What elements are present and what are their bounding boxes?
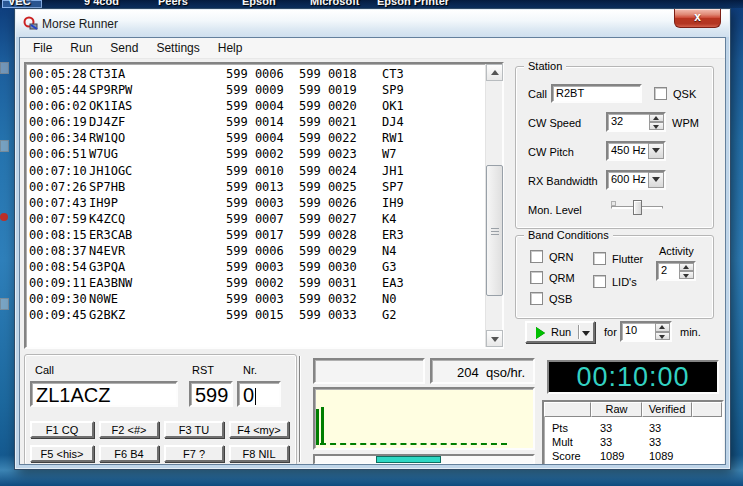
scroll-up-button[interactable] [486, 64, 503, 81]
triangle-up-icon [659, 325, 665, 329]
desktop-icon-label[interactable]: 9 4cod [84, 0, 119, 7]
scroll-down-button[interactable] [486, 330, 503, 347]
log-row: 00:09:30N0WE599 0003599 0032N0 [29, 291, 484, 307]
menu-run[interactable]: Run [61, 38, 101, 58]
progress-bar [313, 454, 535, 465]
log-row: 00:07:10JH1OGC599 0010599 0024JH1 [29, 163, 484, 179]
menu-settings[interactable]: Settings [147, 38, 208, 58]
cw-pitch-dropdown[interactable]: 450 Hz [606, 141, 666, 161]
button-separator [578, 325, 579, 339]
f4-my-button[interactable]: F4 <my> [229, 421, 289, 438]
log-row: 00:05:44SP9RPW599 0009599 0019SP9 [29, 82, 484, 98]
wpm-label: WPM [672, 117, 699, 129]
qsk-checkbox[interactable] [654, 87, 667, 100]
triangle-down-icon [683, 274, 689, 278]
log-row: 00:09:45G2BKZ599 0015599 0033G2 [29, 307, 484, 323]
f8-nil-button[interactable]: F8 NIL [229, 445, 289, 462]
qsb-label: QSB [549, 293, 572, 305]
activity-label: Activity [659, 245, 694, 257]
entry-nr-label: Nr. [243, 364, 257, 376]
log-row: 00:06:51W7UG599 0002599 0023W7 [29, 146, 484, 162]
duration-spinner[interactable]: 10 [620, 321, 672, 342]
f5-his-button[interactable]: F5 <his> [30, 445, 94, 462]
triangle-down-icon [652, 148, 660, 153]
play-icon [536, 327, 545, 339]
log-row: 00:08:15ER3CAB599 0017599 0028ER3 [29, 227, 484, 243]
cw-pitch-label: CW Pitch [528, 146, 574, 158]
log-row: 00:06:34RW1QO599 0004599 0022RW1 [29, 130, 484, 146]
triangle-down-icon[interactable] [582, 331, 590, 336]
desktop-icon-sliver [0, 140, 9, 152]
desktop-icon-label[interactable]: Epson Printer [377, 0, 449, 7]
lids-checkbox[interactable] [593, 275, 606, 288]
desktop-icon-sliver [0, 213, 8, 221]
qrm-label: QRM [549, 272, 575, 284]
dropdown-button[interactable] [648, 172, 664, 188]
function-button-row: F1 CQ F2 <#> F3 TU F4 <my> [30, 421, 289, 438]
qrn-label: QRN [549, 251, 573, 263]
f6-b4-button[interactable]: F6 B4 [99, 445, 159, 462]
cw-speed-spinner[interactable]: 32 [606, 112, 666, 132]
desktop-icon-label[interactable]: Microsoft [310, 0, 360, 7]
qrn-checkbox[interactable] [530, 250, 543, 263]
mon-level-label: Mon. Level [528, 204, 582, 216]
log-scrollbar[interactable] [485, 64, 502, 347]
desktop-icon-sliver [0, 62, 9, 74]
triangle-down-icon [653, 125, 659, 129]
mon-level-slider[interactable] [611, 199, 663, 215]
f1-cq-button[interactable]: F1 CQ [30, 421, 94, 438]
panel-divider [299, 356, 301, 462]
cw-speed-label: CW Speed [528, 117, 581, 129]
spin-down-button[interactable] [679, 271, 694, 279]
score-row: Pts3333 [544, 421, 722, 435]
f2-nr-button[interactable]: F2 <#> [99, 421, 159, 438]
menu-file[interactable]: File [24, 38, 61, 58]
station-call-label: Call [528, 88, 547, 100]
spin-up-button[interactable] [679, 263, 694, 271]
flutter-checkbox[interactable] [593, 252, 606, 265]
entry-call-label: Call [35, 364, 54, 376]
entry-call-input[interactable]: ZL1ACZ [30, 381, 178, 407]
log-row: 00:07:26SP7HB599 0013599 0025SP7 [29, 179, 484, 195]
score-row: Score10891089 [544, 449, 722, 463]
station-group: Station Call R2BT QSK CW Speed 32 WPM CW… [515, 66, 714, 229]
score-table: Raw Verified Pts3333 Mult3333 Score10891… [542, 400, 724, 465]
menu-help[interactable]: Help [209, 38, 252, 58]
desktop-icon-label[interactable]: Epson [242, 0, 276, 7]
spin-up-button[interactable] [649, 114, 664, 122]
entry-nr-input[interactable]: 0 [237, 381, 281, 407]
rx-bandwidth-label: RX Bandwidth [528, 175, 598, 187]
qso-log-listbox[interactable]: 00:05:28CT3IA599 0006599 0018CT3 00:05:4… [24, 62, 504, 349]
spin-down-button[interactable] [649, 122, 664, 130]
slider-thumb[interactable] [633, 200, 642, 215]
log-row: 00:09:11EA3BNW599 0002599 0031EA3 [29, 275, 484, 291]
qsb-checkbox[interactable] [530, 292, 543, 305]
menu-send[interactable]: Send [101, 38, 147, 58]
run-button[interactable]: Run [525, 321, 595, 343]
f7-q-button[interactable]: F7 ? [164, 445, 224, 462]
entry-panel: Call RST Nr. ZL1ACZ 599 0 F1 CQ F2 <#> F… [24, 354, 297, 465]
scrollbar-thumb[interactable] [486, 165, 503, 296]
band-conditions-title: Band Conditions [524, 229, 613, 241]
log-row: 00:06:19DJ4ZF599 0014599 0021DJ4 [29, 114, 484, 130]
desktop-icon-label[interactable]: VEC [8, 0, 31, 7]
spin-down-button[interactable] [655, 332, 670, 341]
entry-rst-input[interactable]: 599 [189, 381, 233, 407]
triangle-down-icon [659, 335, 665, 339]
desktop-icon-label[interactable]: Peers [158, 0, 188, 7]
score-row: Mult3333 [544, 435, 722, 449]
f3-tu-button[interactable]: F3 TU [164, 421, 224, 438]
rx-bandwidth-dropdown[interactable]: 600 Hz [606, 170, 666, 190]
qrm-checkbox[interactable] [530, 271, 543, 284]
station-call-input[interactable]: R2BT [551, 84, 642, 103]
log-row: 00:07:43IH9P599 0003599 0026IH9 [29, 195, 484, 211]
qso-log-rows: 00:05:28CT3IA599 0006599 0018CT3 00:05:4… [29, 66, 484, 345]
dropdown-button[interactable] [648, 143, 664, 159]
close-button[interactable]: x [674, 9, 721, 28]
log-row: 00:08:54G3PQA599 0003599 0030G3 [29, 259, 484, 275]
station-group-title: Station [524, 60, 566, 72]
title-bar[interactable]: Morse Runner [16, 10, 729, 37]
activity-spinner[interactable]: 2 [656, 261, 696, 281]
for-label: for [604, 326, 617, 338]
spin-up-button[interactable] [655, 323, 670, 332]
